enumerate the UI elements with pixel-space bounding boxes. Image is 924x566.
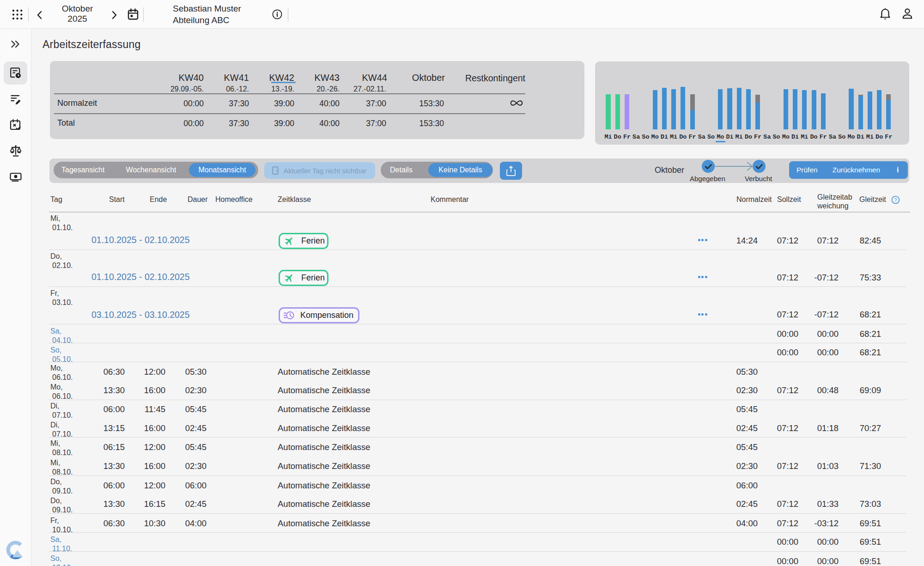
svg-text:?: ? [894, 197, 897, 203]
